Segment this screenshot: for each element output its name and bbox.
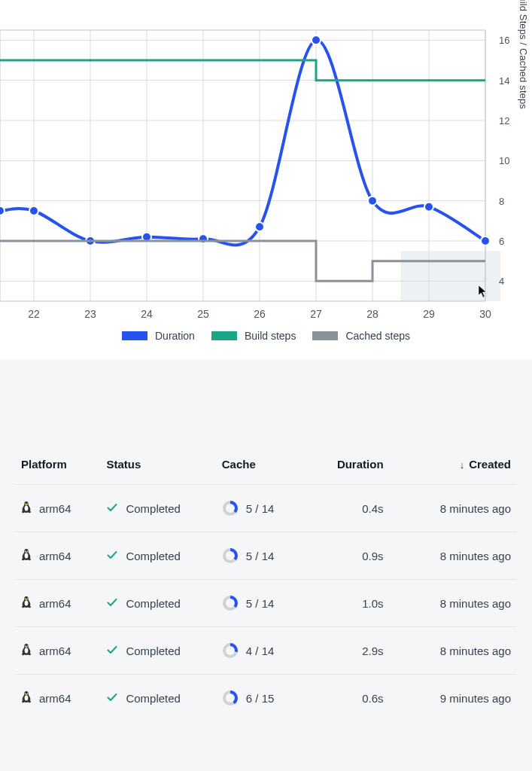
cell-status: Completed: [100, 580, 215, 627]
cell-duration: 0.6s: [316, 675, 401, 722]
created-label: 8 minutes ago: [440, 550, 511, 562]
svg-point-53: [25, 550, 26, 551]
cell-duration: 0.9s: [316, 532, 401, 580]
platform-label: arm64: [39, 502, 71, 515]
legend-item-build-steps[interactable]: Build steps: [211, 330, 296, 342]
swatch-duration: [122, 331, 147, 340]
cell-platform: arm64: [15, 580, 100, 627]
duration-label: 2.9s: [362, 645, 383, 657]
platform-label: arm64: [39, 597, 71, 610]
svg-point-42: [424, 203, 433, 212]
platform-label: arm64: [39, 550, 71, 562]
swatch-build: [211, 331, 237, 340]
table-row[interactable]: arm64 Completed 5 / 14: [15, 580, 517, 627]
platform-label: arm64: [39, 692, 71, 705]
svg-point-74: [25, 693, 26, 693]
cell-status: Completed: [100, 532, 215, 580]
table-row[interactable]: arm64 Completed 5 / 14: [15, 485, 517, 532]
linux-icon: [21, 501, 32, 516]
chart-legend: Duration Build steps Cached steps: [0, 324, 532, 351]
check-icon: [106, 596, 118, 611]
cell-duration: 1.0s: [316, 580, 401, 627]
linux-icon: [21, 549, 32, 563]
svg-text:29: 29: [423, 308, 435, 320]
svg-point-40: [312, 35, 321, 44]
cell-duration: 0.4s: [316, 485, 401, 532]
col-status[interactable]: Status: [100, 450, 215, 485]
legend-label: Build steps: [245, 330, 296, 342]
duration-label: 0.4s: [362, 502, 383, 515]
check-icon: [106, 691, 118, 705]
builds-table-section: Platform Status Cache Duration ↓Created …: [0, 360, 532, 751]
cell-created: 8 minutes ago: [402, 580, 517, 627]
svg-text:28: 28: [366, 308, 378, 320]
check-icon: [106, 549, 118, 563]
svg-point-76: [25, 695, 29, 700]
table-row[interactable]: arm64 Completed 5 / 14: [15, 532, 517, 580]
cache-donut-icon: [222, 500, 239, 517]
duration-label: 0.6s: [362, 692, 383, 705]
cell-cache: 5 / 14: [216, 532, 316, 580]
cell-cache: 5 / 14: [216, 580, 316, 627]
check-icon: [106, 644, 118, 658]
status-label: Completed: [126, 550, 181, 562]
svg-text:23: 23: [84, 308, 96, 320]
col-duration[interactable]: Duration: [316, 450, 401, 485]
svg-text:6: 6: [499, 236, 504, 247]
cell-cache: 4 / 14: [216, 627, 316, 675]
svg-text:14: 14: [499, 75, 509, 87]
svg-text:26: 26: [254, 308, 266, 320]
svg-text:22: 22: [28, 308, 40, 320]
cache-donut-icon: [222, 547, 239, 564]
col-label: Platform: [21, 458, 67, 471]
svg-text:12: 12: [499, 115, 509, 126]
col-platform[interactable]: Platform: [15, 450, 100, 485]
table-row[interactable]: arm64 Completed 4 / 14: [15, 627, 517, 675]
col-cache[interactable]: Cache: [216, 450, 316, 485]
check-icon: [106, 501, 118, 516]
svg-point-67: [25, 645, 26, 646]
svg-point-47: [27, 503, 28, 504]
svg-point-68: [27, 645, 28, 646]
linux-icon: [21, 644, 32, 658]
svg-text:8: 8: [499, 196, 504, 207]
svg-text:4: 4: [499, 276, 504, 287]
svg-text:30: 30: [479, 308, 491, 320]
linux-icon: [21, 691, 32, 705]
legend-item-duration[interactable]: Duration: [122, 330, 195, 342]
svg-text:10: 10: [499, 155, 509, 166]
svg-text:24: 24: [141, 308, 153, 320]
cell-platform: arm64: [15, 485, 100, 532]
status-label: Completed: [126, 692, 181, 705]
legend-item-cached-steps[interactable]: Cached steps: [312, 330, 410, 342]
svg-point-62: [25, 600, 29, 605]
svg-point-69: [25, 648, 29, 653]
cache-label: 5 / 14: [246, 550, 275, 562]
cell-platform: arm64: [15, 532, 100, 580]
svg-point-61: [27, 598, 28, 599]
cell-created: 9 minutes ago: [402, 675, 517, 722]
platform-label: arm64: [39, 645, 71, 657]
svg-text:16: 16: [499, 35, 509, 46]
col-created[interactable]: ↓Created: [402, 450, 517, 485]
sort-arrow-icon: ↓: [460, 459, 465, 471]
y2-axis-label: Build Steps / Cached steps: [518, 0, 529, 109]
svg-point-39: [255, 222, 264, 231]
cell-created: 8 minutes ago: [402, 627, 517, 675]
cell-status: Completed: [100, 627, 215, 675]
created-label: 8 minutes ago: [440, 597, 511, 610]
duration-label: 1.0s: [362, 597, 383, 610]
svg-point-41: [368, 197, 377, 206]
cache-donut-icon: [222, 595, 239, 611]
duration-label: 0.9s: [362, 550, 383, 562]
svg-point-54: [27, 550, 28, 551]
chart-card: 46810121416222324252627282930 Build Step…: [0, 0, 532, 360]
cell-cache: 6 / 15: [216, 675, 316, 722]
cache-donut-icon: [222, 642, 239, 659]
table-row[interactable]: arm64 Completed 6 / 15: [15, 675, 517, 722]
legend-label: Duration: [155, 330, 195, 342]
cell-status: Completed: [100, 485, 215, 532]
cache-donut-icon: [222, 690, 239, 706]
svg-point-34: [0, 206, 5, 215]
chart-area[interactable]: 46810121416222324252627282930 Build Step…: [0, 0, 532, 324]
